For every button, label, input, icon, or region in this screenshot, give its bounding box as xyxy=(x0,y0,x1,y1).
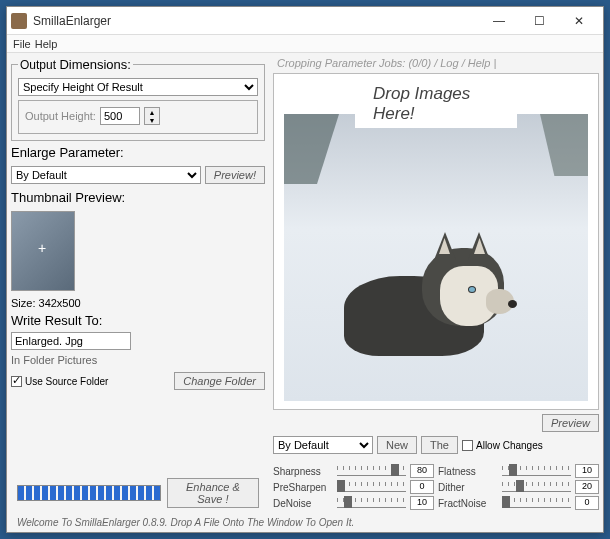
change-folder-button[interactable]: Change Folder xyxy=(174,372,265,390)
minimize-button[interactable]: — xyxy=(479,9,519,33)
close-button[interactable]: ✕ xyxy=(559,9,599,33)
lower-preset-select[interactable]: By Default xyxy=(273,436,373,454)
fractnoise-label: FractNoise xyxy=(438,498,498,509)
thumbnail-preview[interactable] xyxy=(11,211,75,291)
denoise-label: DeNoise xyxy=(273,498,333,509)
presharpen-value[interactable]: 0 xyxy=(410,480,434,494)
allow-changes-label: Allow Changes xyxy=(476,440,543,451)
height-spinner[interactable]: ▲▼ xyxy=(144,107,160,125)
menu-help[interactable]: Help xyxy=(35,38,58,50)
folder-text: In Folder Pictures xyxy=(11,354,265,366)
enlarge-label: Enlarge Parameter: xyxy=(11,145,265,160)
use-source-folder-label: Use Source Folder xyxy=(25,376,108,387)
status-bar: Welcome To SmillaEnlarger 0.8.9. Drop A … xyxy=(11,515,360,530)
drop-label: Drop Images Here! xyxy=(355,80,517,128)
flatness-label: Flatness xyxy=(438,466,498,477)
thumbnail-label: Thumbnail Preview: xyxy=(11,190,265,205)
output-height-label: Output Height: xyxy=(25,110,96,122)
write-label: Write Result To: xyxy=(11,313,265,328)
maximize-button[interactable]: ☐ xyxy=(519,9,559,33)
crop-header[interactable]: Cropping Parameter Jobs: (0/0) / Log / H… xyxy=(273,57,599,73)
output-group: Output Dimensions: Specify Height Of Res… xyxy=(11,57,265,141)
the-button[interactable]: The xyxy=(421,436,458,454)
presharpen-slider[interactable] xyxy=(337,482,406,492)
window-title: SmillaEnlarger xyxy=(33,14,479,28)
enhance-save-button[interactable]: Enhance & Save ! xyxy=(167,478,259,508)
image-preview[interactable] xyxy=(284,114,588,401)
sharpness-value[interactable]: 80 xyxy=(410,464,434,478)
titlebar: SmillaEnlarger — ☐ ✕ xyxy=(7,7,603,35)
thumbnail-size: Size: 342x500 xyxy=(11,297,265,309)
flatness-slider[interactable] xyxy=(502,466,571,476)
sharpness-slider[interactable] xyxy=(337,466,406,476)
progress-bar xyxy=(17,485,161,501)
output-height-input[interactable] xyxy=(100,107,140,125)
fractnoise-value[interactable]: 0 xyxy=(575,496,599,510)
use-source-folder-checkbox[interactable] xyxy=(11,376,22,387)
drop-area[interactable]: Drop Images Here! xyxy=(273,73,599,410)
dither-slider[interactable] xyxy=(502,482,571,492)
menubar: File Help xyxy=(7,35,603,53)
lower-preview-button[interactable]: Preview xyxy=(542,414,599,432)
dither-label: Dither xyxy=(438,482,498,493)
output-mode-select[interactable]: Specify Height Of Result xyxy=(18,78,258,96)
sharpness-label: Sharpness xyxy=(273,466,333,477)
dimensions-label: Dimensions: xyxy=(59,57,131,72)
menu-file[interactable]: File xyxy=(13,38,31,50)
presharpen-label: PreSharpen xyxy=(273,482,333,493)
enlarge-preset-select[interactable]: By Default xyxy=(11,166,201,184)
denoise-slider[interactable] xyxy=(337,498,406,508)
output-filename-input[interactable] xyxy=(11,332,131,350)
app-icon xyxy=(11,13,27,29)
output-legend: Output xyxy=(20,58,56,72)
flatness-value[interactable]: 10 xyxy=(575,464,599,478)
app-window: SmillaEnlarger — ☐ ✕ File Help Output Di… xyxy=(6,6,604,533)
new-button[interactable]: New xyxy=(377,436,417,454)
preview-button[interactable]: Preview! xyxy=(205,166,265,184)
allow-changes-checkbox[interactable] xyxy=(462,440,473,451)
fractnoise-slider[interactable] xyxy=(502,498,571,508)
dither-value[interactable]: 20 xyxy=(575,480,599,494)
denoise-value[interactable]: 10 xyxy=(410,496,434,510)
